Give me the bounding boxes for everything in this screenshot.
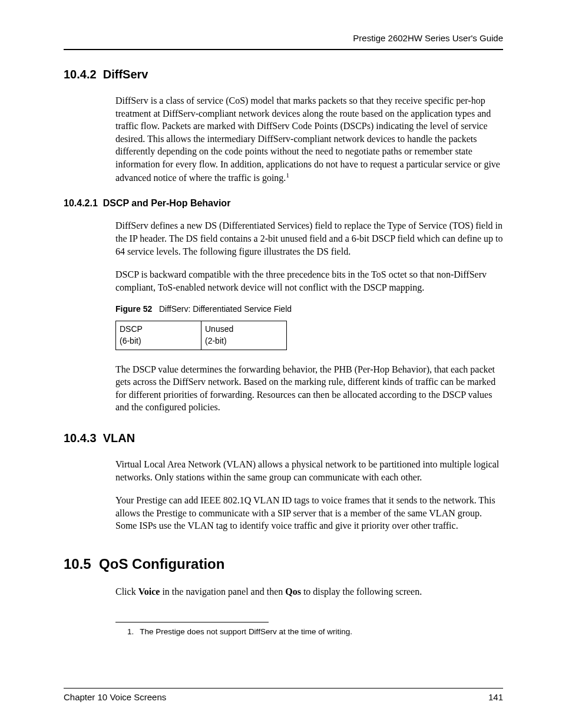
text-segment: Click [115,587,138,597]
para-dscp-intro: DiffServ defines a new DS (Differentiate… [115,219,503,258]
para-dscp-compat: DSCP is backward compatible with the thr… [115,268,503,294]
page-container: Prestige 2602HW Series User's Guide 10.4… [0,0,562,728]
footnote-body: The Prestige does not support DiffServ a… [140,627,352,636]
section-number: 10.4.3 [64,431,97,444]
footer-chapter: Chapter 10 Voice Screens [64,692,166,702]
figure-number: Figure 52 [115,304,152,314]
page-footer: Chapter 10 Voice Screens 141 [64,688,503,702]
heading-diffserv: 10.4.2 DiffServ [64,68,503,81]
header-divider [64,49,503,50]
para-text: DiffServ is a class of service (CoS) mod… [115,95,500,183]
footer-page-number: 141 [488,692,503,702]
section-title: QoS Configuration [99,556,224,572]
bold-voice: Voice [138,587,160,597]
footnote-number: 1. [127,627,134,636]
para-vlan-intro: Virtual Local Area Network (VLAN) allows… [115,458,503,483]
table-cell-unused: Unused (2-bit) [201,321,287,350]
footnote-text: 1.The Prestige does not support DiffServ… [127,627,503,636]
heading-qos-config: 10.5 QoS Configuration [64,556,503,572]
footnote-divider [115,622,269,622]
cell-line1: Unused [205,324,233,334]
section-title: DSCP and Per-Hop Behavior [103,198,231,208]
section-number: 10.4.2.1 [64,198,98,208]
heading-vlan: 10.4.3 VLAN [64,431,503,445]
text-segment: to display the following screen. [301,587,422,597]
header-guide-title: Prestige 2602HW Series User's Guide [64,33,503,43]
section-number: 10.4.2 [64,68,97,81]
figure-caption: Figure 52 DiffServ: Differentiated Servi… [115,304,503,314]
section-title: VLAN [103,431,135,444]
para-dscp-behavior: The DSCP value determines the forwarding… [115,363,503,414]
table-row: DSCP (6-bit) Unused (2-bit) [116,321,287,350]
section-number: 10.5 [64,556,91,572]
cell-line1: DSCP [120,324,143,334]
footer-divider [64,688,503,689]
cell-line2: (6-bit) [120,336,141,345]
section-title: DiffServ [103,68,148,81]
figure-title: DiffServ: Differentiated Service Field [159,304,292,314]
footnote-marker: 1 [286,172,289,179]
para-vlan-prestige: Your Prestige can add IEEE 802.1Q VLAN I… [115,494,503,532]
heading-dscp-phb: 10.4.2.1 DSCP and Per-Hop Behavior [64,198,503,209]
footer-row: Chapter 10 Voice Screens 141 [64,692,503,702]
para-diffserv-intro: DiffServ is a class of service (CoS) mod… [115,94,503,184]
para-qos-instruction: Click Voice in the navigation panel and … [115,585,503,598]
cell-line2: (2-bit) [205,336,227,345]
text-segment: in the navigation panel and then [160,587,285,597]
table-cell-dscp: DSCP (6-bit) [116,321,201,350]
ds-field-table: DSCP (6-bit) Unused (2-bit) [115,321,287,350]
bold-qos: Qos [285,587,301,597]
